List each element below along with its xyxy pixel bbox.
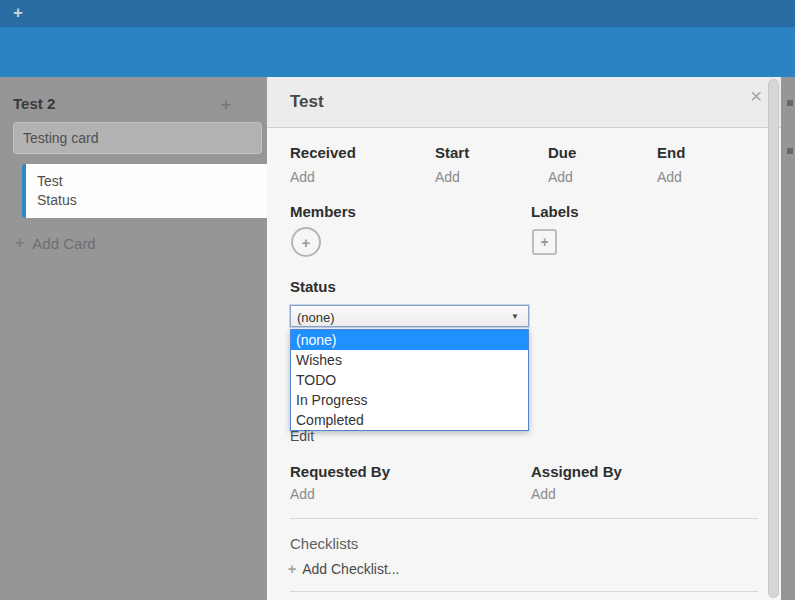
end-add-link[interactable]: Add [657, 169, 682, 185]
assigned-by-add-link[interactable]: Add [531, 486, 556, 502]
add-label-button[interactable]: + [532, 229, 557, 255]
received-label: Received [290, 144, 356, 161]
members-label: Members [290, 203, 356, 220]
card-title-line: Test [37, 172, 267, 191]
status-label: Status [290, 278, 336, 295]
plus-icon: + [302, 234, 311, 251]
card-detail-panel: Test × Received Start Due End Add Add Ad… [267, 77, 781, 600]
card-detail-title: Test [290, 92, 324, 112]
requested-by-label: Requested By [290, 463, 390, 480]
add-member-button[interactable]: + [291, 227, 321, 257]
section-divider [290, 591, 758, 592]
status-option-in-progress[interactable]: In Progress [291, 390, 528, 410]
received-add-link[interactable]: Add [290, 169, 315, 185]
requested-by-add-link[interactable]: Add [290, 486, 315, 502]
card-test-status[interactable]: Test Status [22, 164, 267, 218]
board-header-bar [0, 27, 795, 77]
card-title: Testing card [23, 130, 98, 146]
top-header-bar: + [0, 0, 795, 27]
panel-scrollbar[interactable] [768, 79, 779, 598]
plus-icon: + [540, 234, 548, 250]
plus-icon: + [15, 234, 24, 252]
status-option-todo[interactable]: TODO [291, 370, 528, 390]
plus-icon: + [288, 561, 296, 577]
start-label: Start [435, 144, 469, 161]
dropdown-arrow-icon: ▼ [511, 312, 519, 321]
due-label: Due [548, 144, 576, 161]
card-detail-header: Test × [267, 77, 781, 128]
start-add-link[interactable]: Add [435, 169, 460, 185]
list-title: Test 2 [13, 95, 55, 112]
card-title-line: Status [37, 191, 267, 210]
add-board-icon[interactable]: + [13, 3, 23, 23]
clipped-list-fragment [787, 148, 793, 154]
app-screen: + Test 2 + Testing card Test Status + Ad… [0, 0, 795, 600]
end-label: End [657, 144, 685, 161]
checklists-label: Checklists [290, 535, 358, 552]
status-option-completed[interactable]: Completed [291, 410, 528, 430]
status-dropdown-list: (none) Wishes TODO In Progress Completed [290, 329, 529, 431]
close-icon[interactable]: × [750, 84, 762, 108]
add-checklist-label: Add Checklist... [302, 561, 399, 577]
status-select[interactable]: (none) ▼ [290, 305, 529, 327]
labels-label: Labels [531, 203, 579, 220]
add-card-label: Add Card [32, 235, 95, 252]
status-option-wishes[interactable]: Wishes [291, 350, 528, 370]
section-divider [290, 518, 758, 519]
status-edit-link[interactable]: Edit [290, 428, 314, 444]
status-selected-value: (none) [297, 310, 335, 325]
clipped-list-fragment [787, 100, 793, 106]
add-checklist-button[interactable]: + Add Checklist... [288, 561, 399, 577]
card-testing-card[interactable]: Testing card [13, 122, 262, 154]
assigned-by-label: Assigned By [531, 463, 622, 480]
due-add-link[interactable]: Add [548, 169, 573, 185]
add-card-button[interactable]: + Add Card [15, 234, 96, 252]
status-option-none[interactable]: (none) [291, 330, 528, 350]
list-add-card-icon[interactable]: + [221, 95, 231, 115]
